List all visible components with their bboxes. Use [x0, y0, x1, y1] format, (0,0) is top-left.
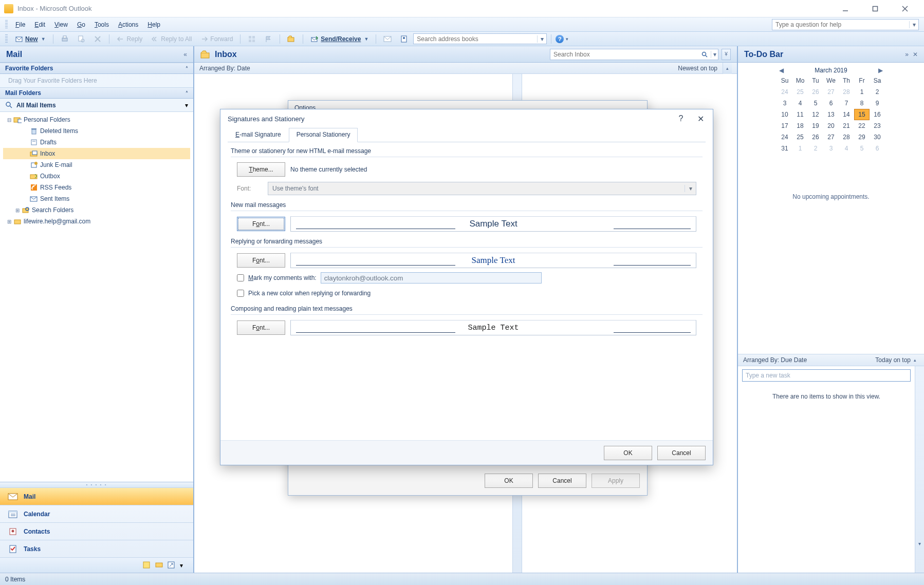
new-button[interactable]: New▼ — [12, 33, 49, 45]
calendar-day[interactable]: 29 — [854, 131, 870, 143]
all-mail-items[interactable]: All Mail Items ▾ — [0, 99, 193, 112]
calendar-day[interactable]: 21 — [839, 120, 854, 131]
menu-help[interactable]: Help — [143, 20, 165, 30]
calendar-day[interactable]: 18 — [792, 120, 808, 131]
calendar-day-other[interactable]: 6 — [870, 143, 885, 154]
collapse-icon[interactable]: « — [183, 51, 187, 58]
options-ok-button[interactable]: OK — [485, 474, 533, 488]
sort-newest[interactable]: Newest on top — [678, 65, 723, 72]
calendar-day[interactable]: 4 — [792, 98, 808, 109]
favorite-folders-header[interactable]: Favorite Folders˄ — [0, 63, 193, 74]
dialog-cancel-button[interactable]: Cancel — [657, 446, 706, 460]
tree-item-outbox[interactable]: Outbox — [3, 171, 190, 182]
mark-comments-input[interactable] — [321, 272, 542, 284]
help-search-input[interactable] — [772, 21, 909, 28]
expand-icon[interactable]: ⊞ — [15, 207, 22, 213]
calendar-day-other[interactable]: 25 — [792, 86, 808, 98]
tree-item-drafts[interactable]: Drafts — [3, 137, 190, 148]
close-icon[interactable]: ✕ — [695, 114, 706, 124]
flag-button[interactable] — [261, 33, 275, 45]
calendar-day[interactable]: 7 — [839, 98, 854, 109]
nav-calendar[interactable]: Calendar — [0, 505, 193, 522]
options-apply-button[interactable]: Apply — [592, 474, 640, 488]
inbox-search-input[interactable] — [550, 51, 701, 58]
theme-button[interactable]: Theme... — [237, 162, 285, 177]
task-header[interactable]: Arranged By: Due Date Today on top ▴ — [738, 354, 924, 366]
tab-email-signature[interactable]: E-mail Signature — [228, 128, 289, 142]
address-search[interactable]: ▾ — [413, 33, 547, 44]
calendar-day[interactable]: 31 — [777, 143, 792, 154]
mark-comments-checkbox[interactable] — [237, 274, 244, 281]
chevron-down-icon[interactable]: ▾ — [537, 35, 546, 43]
tree-account[interactable]: ⊞ lifewire.help@gmail.com — [3, 216, 190, 227]
scroll-up-icon[interactable]: ▴ — [723, 63, 732, 74]
minimize-todo-icon[interactable]: » — [905, 51, 909, 58]
calendar-day-other[interactable]: 28 — [839, 86, 854, 98]
calendar-day-other[interactable]: 27 — [823, 86, 839, 98]
delete-button[interactable] — [90, 33, 105, 45]
calendar-day-other[interactable]: 24 — [777, 86, 792, 98]
calendar-day[interactable]: 6 — [823, 98, 839, 109]
task-input[interactable]: Type a new task — [742, 369, 911, 382]
calendar-day-other[interactable]: 3 — [823, 143, 839, 154]
calendar-day[interactable]: 5 — [808, 98, 823, 109]
calendar-day[interactable]: 10 — [777, 109, 792, 120]
calendar-day[interactable]: 16 — [870, 109, 885, 120]
tree-item-sent-items[interactable]: Sent Items — [3, 193, 190, 204]
calendar-day[interactable]: 1 — [854, 86, 870, 98]
print-preview-button[interactable] — [74, 33, 88, 45]
calendar-day[interactable]: 20 — [823, 120, 839, 131]
categorize-button[interactable] — [245, 33, 259, 45]
help-button[interactable]: ?▾ — [556, 35, 568, 43]
dialog-titlebar[interactable]: Signatures and Stationery ? ✕ — [220, 109, 713, 128]
address-search-input[interactable] — [414, 35, 537, 43]
calendar-day-other[interactable]: 5 — [854, 143, 870, 154]
tree-item-inbox[interactable]: Inbox — [3, 148, 190, 159]
calendar-day-other[interactable]: 2 — [808, 143, 823, 154]
minimize-button[interactable] — [830, 2, 860, 16]
expand-search[interactable]: ¥ — [722, 49, 731, 60]
notes-icon[interactable] — [143, 561, 152, 570]
calendar-day[interactable]: 30 — [870, 131, 885, 143]
calendar-day[interactable]: 13 — [823, 109, 839, 120]
plain-font-button[interactable]: Font... — [237, 320, 285, 335]
scrollbar[interactable]: ▾ — [915, 366, 924, 573]
calendar-day[interactable]: 23 — [870, 120, 885, 131]
expand-icon[interactable]: ⊞ — [7, 219, 13, 224]
shortcuts-icon[interactable] — [168, 561, 177, 570]
forward-button[interactable]: Forward — [197, 33, 236, 45]
arrange-bar[interactable]: Arranged By: Date Newest on top ▴ — [194, 63, 737, 74]
resize-grip[interactable]: • • • • • — [0, 482, 193, 487]
options-cancel-button[interactable]: Cancel — [538, 474, 586, 488]
inbox-search[interactable]: ▾ — [550, 49, 718, 60]
pick-color-checkbox[interactable] — [237, 290, 244, 297]
calendar-day[interactable]: 2 — [870, 86, 885, 98]
calendar-day[interactable]: 3 — [777, 98, 792, 109]
calendar-day-other[interactable]: 4 — [839, 143, 854, 154]
calendar-day[interactable]: 24 — [777, 131, 792, 143]
collapse-icon[interactable]: ⊟ — [7, 117, 13, 123]
close-todo-icon[interactable]: ✕ — [913, 51, 918, 58]
next-month-icon[interactable]: ▶ — [878, 67, 883, 74]
calendar-day-other[interactable]: 26 — [808, 86, 823, 98]
menu-edit[interactable]: Edit — [30, 20, 50, 30]
grip[interactable] — [5, 34, 8, 44]
scroll-up-icon[interactable]: ▴ — [911, 357, 919, 363]
calendar-day[interactable]: 25 — [792, 131, 808, 143]
configure-icon[interactable]: ▾ — [180, 561, 189, 570]
search-icon[interactable] — [701, 51, 711, 58]
address-book-button[interactable] — [397, 33, 411, 45]
menu-actions[interactable]: Actions — [114, 20, 143, 30]
chevron-down-icon[interactable]: ▾ — [909, 21, 918, 28]
dialog-ok-button[interactable]: OK — [604, 446, 652, 460]
new-mail-font-button[interactable]: Font... — [237, 217, 285, 231]
reply-all-button[interactable]: Reply to All — [147, 33, 195, 45]
calendar-day[interactable]: 28 — [839, 131, 854, 143]
folder-icon[interactable] — [155, 561, 164, 570]
tree-item-junk-e-mail[interactable]: Junk E-mail — [3, 159, 190, 171]
help-icon[interactable]: ? — [676, 114, 686, 123]
calendar-day[interactable]: 14 — [839, 109, 854, 120]
calendar-day[interactable]: 22 — [854, 120, 870, 131]
grip[interactable] — [5, 20, 8, 29]
print-button[interactable] — [58, 33, 72, 45]
